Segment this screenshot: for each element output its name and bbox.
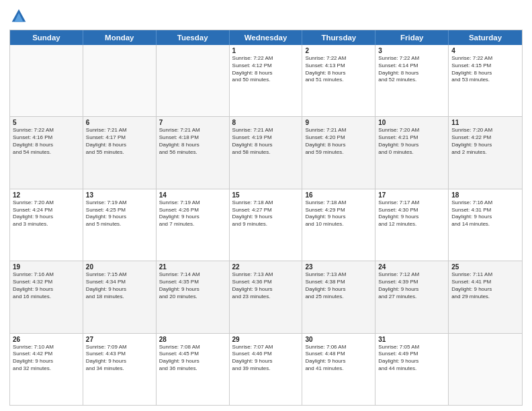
empty-cell xyxy=(157,45,230,116)
day-number: 14 xyxy=(159,191,226,199)
day-info: Sunrise: 7:05 AM Sunset: 4:49 PM Dayligh… xyxy=(378,344,445,373)
day-info: Sunrise: 7:13 AM Sunset: 4:38 PM Dayligh… xyxy=(305,271,372,300)
day-number: 6 xyxy=(86,119,153,126)
day-number: 4 xyxy=(451,47,519,54)
day-number: 27 xyxy=(86,336,153,343)
day-number: 9 xyxy=(305,119,372,126)
day-cell-6: 6Sunrise: 7:21 AM Sunset: 4:17 PM Daylig… xyxy=(83,117,157,188)
empty-cell xyxy=(10,45,83,116)
day-info: Sunrise: 7:21 AM Sunset: 4:19 PM Dayligh… xyxy=(232,127,300,156)
day-cell-7: 7Sunrise: 7:21 AM Sunset: 4:18 PM Daylig… xyxy=(157,117,230,188)
day-cell-14: 14Sunrise: 7:19 AM Sunset: 4:26 PM Dayli… xyxy=(157,189,230,261)
day-cell-15: 15Sunrise: 7:18 AM Sunset: 4:27 PM Dayli… xyxy=(230,189,303,261)
day-info: Sunrise: 7:22 AM Sunset: 4:14 PM Dayligh… xyxy=(378,55,445,84)
day-number: 22 xyxy=(232,263,300,271)
day-cell-5: 5Sunrise: 7:22 AM Sunset: 4:16 PM Daylig… xyxy=(10,117,83,188)
day-info: Sunrise: 7:06 AM Sunset: 4:48 PM Dayligh… xyxy=(305,344,372,373)
day-number: 7 xyxy=(159,119,226,126)
day-number: 17 xyxy=(378,191,445,199)
header-day-monday: Monday xyxy=(83,30,157,45)
day-info: Sunrise: 7:22 AM Sunset: 4:15 PM Dayligh… xyxy=(451,55,519,84)
day-number: 23 xyxy=(305,263,372,271)
day-info: Sunrise: 7:16 AM Sunset: 4:32 PM Dayligh… xyxy=(13,271,80,300)
day-number: 15 xyxy=(232,191,300,199)
day-cell-20: 20Sunrise: 7:15 AM Sunset: 4:34 PM Dayli… xyxy=(83,261,157,332)
day-info: Sunrise: 7:10 AM Sunset: 4:42 PM Dayligh… xyxy=(13,344,80,373)
day-cell-11: 11Sunrise: 7:20 AM Sunset: 4:22 PM Dayli… xyxy=(449,117,522,188)
day-info: Sunrise: 7:20 AM Sunset: 4:24 PM Dayligh… xyxy=(13,199,80,228)
day-info: Sunrise: 7:08 AM Sunset: 4:45 PM Dayligh… xyxy=(159,344,226,373)
calendar-week-4: 19Sunrise: 7:16 AM Sunset: 4:32 PM Dayli… xyxy=(10,261,522,332)
day-info: Sunrise: 7:21 AM Sunset: 4:17 PM Dayligh… xyxy=(86,127,153,156)
day-info: Sunrise: 7:07 AM Sunset: 4:46 PM Dayligh… xyxy=(232,344,300,373)
day-cell-12: 12Sunrise: 7:20 AM Sunset: 4:24 PM Dayli… xyxy=(10,189,83,261)
day-cell-26: 26Sunrise: 7:10 AM Sunset: 4:42 PM Dayli… xyxy=(10,334,83,405)
day-number: 11 xyxy=(451,119,519,126)
day-info: Sunrise: 7:19 AM Sunset: 4:26 PM Dayligh… xyxy=(159,199,226,228)
calendar: SundayMondayTuesdayWednesdayThursdayFrid… xyxy=(9,30,523,406)
day-number: 24 xyxy=(378,263,445,271)
day-info: Sunrise: 7:22 AM Sunset: 4:16 PM Dayligh… xyxy=(13,127,80,156)
day-number: 21 xyxy=(159,263,226,271)
calendar-week-3: 12Sunrise: 7:20 AM Sunset: 4:24 PM Dayli… xyxy=(10,189,522,261)
calendar-week-2: 5Sunrise: 7:22 AM Sunset: 4:16 PM Daylig… xyxy=(10,116,522,188)
day-info: Sunrise: 7:22 AM Sunset: 4:12 PM Dayligh… xyxy=(232,55,300,84)
day-info: Sunrise: 7:13 AM Sunset: 4:36 PM Dayligh… xyxy=(232,271,300,300)
day-cell-25: 25Sunrise: 7:11 AM Sunset: 4:41 PM Dayli… xyxy=(449,261,522,332)
day-info: Sunrise: 7:22 AM Sunset: 4:13 PM Dayligh… xyxy=(305,55,372,84)
day-number: 29 xyxy=(232,336,300,343)
day-number: 3 xyxy=(378,47,445,54)
day-number: 5 xyxy=(13,119,80,126)
header-day-wednesday: Wednesday xyxy=(230,30,303,45)
day-info: Sunrise: 7:16 AM Sunset: 4:31 PM Dayligh… xyxy=(451,199,519,228)
day-number: 18 xyxy=(451,191,519,199)
day-info: Sunrise: 7:21 AM Sunset: 4:18 PM Dayligh… xyxy=(159,127,226,156)
day-cell-13: 13Sunrise: 7:19 AM Sunset: 4:25 PM Dayli… xyxy=(83,189,157,261)
day-number: 2 xyxy=(305,47,372,54)
calendar-body: 1Sunrise: 7:22 AM Sunset: 4:12 PM Daylig… xyxy=(10,45,522,405)
day-cell-4: 4Sunrise: 7:22 AM Sunset: 4:15 PM Daylig… xyxy=(449,45,522,116)
day-cell-28: 28Sunrise: 7:08 AM Sunset: 4:45 PM Dayli… xyxy=(157,334,230,405)
day-cell-24: 24Sunrise: 7:12 AM Sunset: 4:39 PM Dayli… xyxy=(375,261,449,332)
day-info: Sunrise: 7:18 AM Sunset: 4:29 PM Dayligh… xyxy=(305,199,372,228)
day-cell-19: 19Sunrise: 7:16 AM Sunset: 4:32 PM Dayli… xyxy=(10,261,83,332)
day-number: 10 xyxy=(378,119,445,126)
header-day-saturday: Saturday xyxy=(449,30,522,45)
day-number: 13 xyxy=(86,191,153,199)
day-number: 8 xyxy=(232,119,300,126)
day-info: Sunrise: 7:20 AM Sunset: 4:21 PM Dayligh… xyxy=(378,127,445,156)
day-info: Sunrise: 7:09 AM Sunset: 4:43 PM Dayligh… xyxy=(86,344,153,373)
day-cell-22: 22Sunrise: 7:13 AM Sunset: 4:36 PM Dayli… xyxy=(230,261,303,332)
day-number: 1 xyxy=(232,47,300,54)
day-cell-21: 21Sunrise: 7:14 AM Sunset: 4:35 PM Dayli… xyxy=(157,261,230,332)
day-number: 31 xyxy=(378,336,445,343)
day-cell-17: 17Sunrise: 7:17 AM Sunset: 4:30 PM Dayli… xyxy=(375,189,449,261)
day-number: 12 xyxy=(13,191,80,199)
day-info: Sunrise: 7:20 AM Sunset: 4:22 PM Dayligh… xyxy=(451,127,519,156)
header-day-sunday: Sunday xyxy=(10,30,83,45)
day-info: Sunrise: 7:12 AM Sunset: 4:39 PM Dayligh… xyxy=(378,271,445,300)
calendar-week-5: 26Sunrise: 7:10 AM Sunset: 4:42 PM Dayli… xyxy=(10,333,522,405)
day-cell-31: 31Sunrise: 7:05 AM Sunset: 4:49 PM Dayli… xyxy=(375,334,449,405)
day-info: Sunrise: 7:11 AM Sunset: 4:41 PM Dayligh… xyxy=(451,271,519,300)
day-cell-27: 27Sunrise: 7:09 AM Sunset: 4:43 PM Dayli… xyxy=(83,334,157,405)
day-cell-2: 2Sunrise: 7:22 AM Sunset: 4:13 PM Daylig… xyxy=(302,45,375,116)
day-number: 16 xyxy=(305,191,372,199)
day-number: 30 xyxy=(305,336,372,343)
logo-icon xyxy=(9,7,28,26)
day-cell-30: 30Sunrise: 7:06 AM Sunset: 4:48 PM Dayli… xyxy=(302,334,375,405)
empty-cell xyxy=(83,45,157,116)
day-number: 20 xyxy=(86,263,153,271)
page: SundayMondayTuesdayWednesdayThursdayFrid… xyxy=(0,0,532,411)
empty-cell xyxy=(449,334,522,405)
calendar-week-1: 1Sunrise: 7:22 AM Sunset: 4:12 PM Daylig… xyxy=(10,45,522,116)
day-cell-9: 9Sunrise: 7:21 AM Sunset: 4:20 PM Daylig… xyxy=(302,117,375,188)
calendar-header-row: SundayMondayTuesdayWednesdayThursdayFrid… xyxy=(10,30,522,45)
header-day-friday: Friday xyxy=(375,30,449,45)
day-number: 26 xyxy=(13,336,80,343)
day-info: Sunrise: 7:19 AM Sunset: 4:25 PM Dayligh… xyxy=(86,199,153,228)
day-cell-8: 8Sunrise: 7:21 AM Sunset: 4:19 PM Daylig… xyxy=(230,117,303,188)
day-cell-29: 29Sunrise: 7:07 AM Sunset: 4:46 PM Dayli… xyxy=(230,334,303,405)
header-day-thursday: Thursday xyxy=(302,30,375,45)
day-cell-1: 1Sunrise: 7:22 AM Sunset: 4:12 PM Daylig… xyxy=(230,45,303,116)
